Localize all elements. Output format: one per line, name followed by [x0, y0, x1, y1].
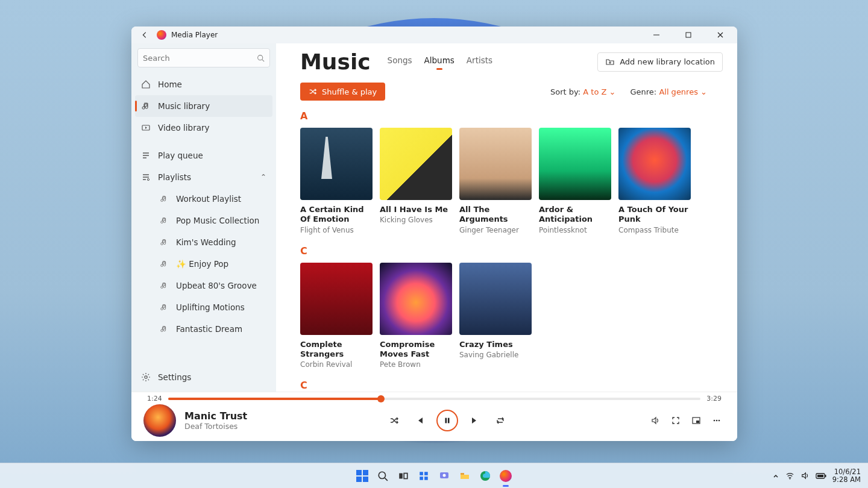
minimize-button[interactable]: [643, 27, 670, 43]
album-cover: [618, 128, 691, 200]
music-note-icon: [159, 216, 169, 225]
album-card[interactable]: All The Arguments Ginger Teenager: [459, 128, 532, 234]
page-title: Music: [300, 49, 371, 74]
svg-rect-10: [696, 421, 699, 423]
nav-play-queue[interactable]: Play queue: [135, 145, 272, 166]
start-button[interactable]: [354, 468, 371, 484]
app-title: Media Player: [171, 31, 218, 39]
tab-artists[interactable]: Artists: [467, 55, 492, 69]
playlist-item[interactable]: Workout Playlist: [135, 188, 272, 210]
volume-tray-icon[interactable]: [800, 471, 810, 480]
titlebar: Media Player: [131, 27, 737, 43]
album-title: Compromise Moves Fast: [380, 340, 452, 360]
svg-point-6: [145, 376, 147, 378]
add-library-location-button[interactable]: Add new library location: [597, 52, 723, 72]
button-label: Shuffle & play: [322, 87, 377, 96]
widgets-icon[interactable]: [415, 468, 432, 484]
album-scroll[interactable]: A A Certain Kind Of Emotion Flight of Ve…: [300, 105, 737, 392]
back-button[interactable]: [137, 28, 152, 42]
svg-point-23: [443, 474, 446, 477]
sidebar: Home Music library Video library Play qu…: [131, 43, 276, 392]
clock[interactable]: 10/6/21 9:28 AM: [832, 468, 861, 483]
album-card[interactable]: All I Have Is Me Kicking Gloves: [380, 128, 452, 234]
progress-thumb[interactable]: [377, 395, 385, 402]
svg-point-26: [789, 478, 790, 480]
close-button[interactable]: [706, 27, 734, 43]
nav-video-library[interactable]: Video library: [135, 117, 272, 139]
music-note-icon: [159, 259, 169, 269]
album-card[interactable]: A Touch Of Your Punk Compass Tribute: [618, 128, 691, 234]
album-card[interactable]: Compromise Moves Fast Pete Brown: [380, 263, 452, 369]
task-view-icon[interactable]: [395, 468, 412, 484]
shuffle-play-button[interactable]: Shuffle & play: [300, 83, 385, 101]
volume-button[interactable]: [647, 412, 664, 429]
pause-button[interactable]: [436, 410, 458, 431]
section-letter[interactable]: A: [300, 110, 717, 122]
svg-line-15: [385, 478, 388, 481]
folder-add-icon: [605, 57, 615, 67]
system-tray[interactable]: 10/6/21 9:28 AM: [772, 468, 861, 483]
previous-button[interactable]: [411, 412, 428, 429]
nav-label: Video library: [158, 123, 210, 133]
music-note-icon: [159, 324, 169, 334]
app-window: Media Player Home: [131, 27, 737, 441]
shuffle-button[interactable]: [386, 412, 403, 429]
content-area: Music Songs Albums Artists Add new libra…: [276, 43, 737, 392]
album-artist: Saving Gabrielle: [459, 351, 532, 359]
now-playing-art[interactable]: [143, 404, 176, 437]
nav-music-library[interactable]: Music library: [135, 95, 272, 117]
nav-playlists[interactable]: Playlists ⌃: [135, 166, 272, 188]
playlist-label: Pop Music Collection: [176, 216, 259, 225]
nav-home[interactable]: Home: [135, 74, 272, 95]
album-artist: Pointlessknot: [539, 226, 611, 234]
repeat-button[interactable]: [492, 412, 509, 429]
album-cover: [380, 128, 452, 200]
search-box[interactable]: [137, 48, 270, 67]
playlist-item[interactable]: Uplifting Motions: [135, 296, 272, 318]
battery-icon[interactable]: [816, 472, 826, 480]
svg-point-2: [258, 55, 263, 60]
duration-time: 3:29: [706, 395, 722, 402]
album-cover: [539, 128, 611, 200]
svg-point-5: [147, 178, 149, 180]
album-card[interactable]: Crazy Times Saving Gabrielle: [459, 263, 532, 369]
mini-player-button[interactable]: [688, 412, 705, 429]
app-icon: [157, 30, 166, 40]
edge-icon[interactable]: [477, 468, 494, 484]
playlist-item[interactable]: Pop Music Collection: [135, 210, 272, 231]
section-letter[interactable]: C: [300, 380, 717, 391]
next-button[interactable]: [467, 412, 483, 429]
nav-settings[interactable]: Settings: [135, 366, 272, 388]
album-card[interactable]: Ardor & Anticipation Pointlessknot: [539, 128, 611, 234]
album-title: All The Arguments: [459, 205, 532, 225]
tray-overflow-icon[interactable]: [772, 472, 779, 480]
nav-label: Home: [158, 80, 182, 89]
genre-dropdown[interactable]: Genre: All genres ⌄: [630, 87, 707, 96]
album-title: All I Have Is Me: [380, 205, 452, 214]
search-input[interactable]: [143, 54, 252, 63]
progress-bar[interactable]: [168, 398, 701, 400]
playlist-item[interactable]: Fantastic Dream: [135, 318, 272, 340]
explorer-icon[interactable]: [456, 468, 473, 484]
playlist-item[interactable]: Kim's Wedding: [135, 231, 272, 253]
sort-dropdown[interactable]: Sort by: A to Z ⌄: [550, 87, 615, 96]
taskbar-search-icon[interactable]: [374, 468, 391, 484]
playlist-item[interactable]: Upbeat 80's Groove: [135, 275, 272, 296]
section-letter[interactable]: C: [300, 245, 717, 257]
search-icon: [257, 54, 265, 62]
album-card[interactable]: A Certain Kind Of Emotion Flight of Venu…: [300, 128, 373, 234]
chat-icon[interactable]: [436, 468, 453, 484]
media-player-taskbar-icon[interactable]: [497, 468, 514, 484]
music-note-icon: [159, 281, 169, 290]
fullscreen-button[interactable]: [667, 412, 684, 429]
more-button[interactable]: [708, 412, 725, 429]
maximize-button[interactable]: [675, 27, 702, 43]
album-card[interactable]: Complete Strangers Corbin Revival: [300, 263, 373, 369]
wifi-icon[interactable]: [785, 471, 794, 480]
nav-label: Play queue: [158, 151, 203, 160]
tab-albums[interactable]: Albums: [424, 55, 454, 69]
playlist-item[interactable]: ✨ Enjoy Pop: [135, 253, 272, 275]
playlist-label: Fantastic Dream: [176, 324, 242, 334]
tab-songs[interactable]: Songs: [388, 55, 412, 69]
album-artist: Corbin Revival: [300, 360, 373, 369]
